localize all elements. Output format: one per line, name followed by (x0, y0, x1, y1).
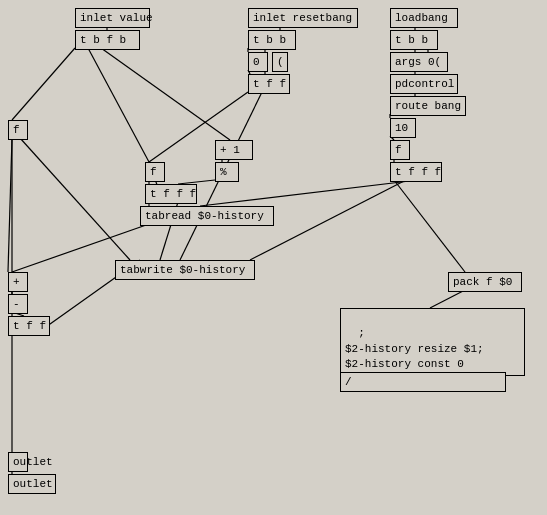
tbfb-label: t b f b (80, 34, 126, 46)
plus-label: + (13, 276, 20, 288)
inlet-value-label: inlet value (80, 12, 153, 24)
inlet-resetbang-label: inlet resetbang (253, 12, 352, 24)
tffff1-label: t f f f (150, 188, 196, 200)
tffff2-label: t f f f (395, 166, 441, 178)
tff2-label: t f f (13, 320, 46, 332)
outlet-label: outlet (13, 478, 53, 490)
tffff1-box: t f f f (145, 184, 197, 204)
tbb1-label: t b b (253, 34, 286, 46)
tbb2-box: t b b (390, 30, 438, 50)
zero-label: 0 (253, 56, 260, 68)
pack-label: pack f $0 (453, 276, 512, 288)
args0-box: args 0( (390, 52, 448, 72)
tabread-label: tabread $0-history (145, 210, 264, 222)
pdcontrol-label: pdcontrol (395, 78, 454, 90)
open-paren-label: ( (277, 56, 284, 68)
svg-line-29 (8, 138, 12, 272)
tbb1-box: t b b (248, 30, 296, 50)
plus1-label: + 1 (220, 144, 240, 156)
pdcontrol-box: pdcontrol (390, 74, 458, 94)
outlet-box: outlet (8, 474, 56, 494)
inlet-value-box: inlet value (75, 8, 150, 28)
mod-label: % (220, 166, 227, 178)
f1-label: f (13, 124, 20, 136)
open-paren-box: ( (272, 52, 288, 72)
tff1-label: t f f (253, 78, 286, 90)
msg-block-box: ;$2-history resize $1;$2-history const 0 (340, 308, 525, 376)
svg-line-13 (12, 48, 75, 120)
f2-label: f (395, 144, 402, 156)
tabread-box: tabread $0-history (140, 206, 274, 226)
routebang-label: route bang (395, 100, 461, 112)
tabwrite-box: tabwrite $0-history (115, 260, 255, 280)
routebang-box: route bang (390, 96, 466, 116)
f1-box: f (8, 120, 28, 140)
tff1-box: t f f (248, 74, 290, 94)
arraydefine-box: / (340, 372, 506, 392)
f3-box: f (145, 162, 165, 182)
svg-line-14 (88, 48, 149, 162)
svg-line-34 (430, 290, 465, 308)
divide-box: outlet (8, 452, 28, 472)
tbfb-box: t b f b (75, 30, 140, 50)
msg-block-label: ;$2-history resize $1;$2-history const 0 (345, 327, 484, 370)
tbb2-label: t b b (395, 34, 428, 46)
minus-box: - (8, 294, 28, 314)
svg-line-10 (394, 180, 465, 272)
f3-label: f (150, 166, 157, 178)
f2-box: f (390, 140, 410, 160)
ten-box: 10 (390, 118, 416, 138)
inlet-resetbang-box: inlet resetbang (248, 8, 358, 28)
tabwrite-label: tabwrite $0-history (120, 264, 245, 276)
tff2-box: t f f (8, 316, 50, 336)
ten-label: 10 (395, 122, 408, 134)
plus1-box: + 1 (215, 140, 253, 160)
loadbang-box: loadbang (390, 8, 458, 28)
divide-label: outlet (13, 456, 53, 468)
tffff2-box: t f f f (390, 162, 442, 182)
pack-box: pack f $0 (448, 272, 522, 292)
args0-label: args 0( (395, 56, 441, 68)
svg-line-37 (20, 138, 130, 260)
svg-line-12 (200, 180, 418, 206)
minus-label: - (13, 298, 20, 310)
plus-box: + (8, 272, 28, 292)
loadbang-label: loadbang (395, 12, 448, 24)
mod-box: % (215, 162, 239, 182)
zero-box: 0 (248, 52, 268, 72)
arraydefine-label: / (345, 376, 352, 388)
svg-line-15 (101, 48, 230, 140)
